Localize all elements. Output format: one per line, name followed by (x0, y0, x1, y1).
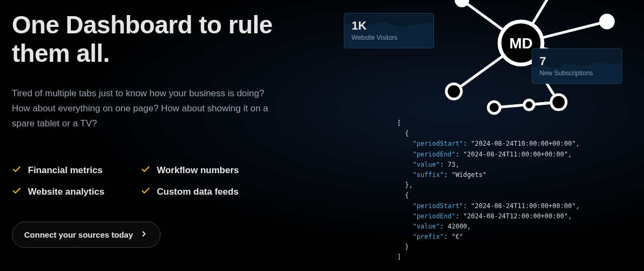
hero-headline: One Dashboard to rule them all. (12, 11, 312, 68)
feature-label: Custom data feeds (157, 187, 238, 197)
check-icon (12, 165, 21, 176)
feature-item: Financial metrics (12, 165, 141, 176)
svg-line-6 (529, 102, 559, 105)
svg-line-1 (521, 0, 553, 43)
hero-subtext: Tired of multiple tabs just to know how … (12, 86, 270, 131)
code-sample: [ { "periodStart": "2024-08-24T10:00:00+… (397, 118, 634, 263)
svg-line-2 (521, 22, 607, 43)
stat-label: New Subscriptions (540, 69, 614, 77)
svg-point-15 (488, 102, 500, 113)
chevron-right-icon (140, 230, 148, 240)
check-icon (141, 186, 150, 198)
svg-line-0 (462, 0, 521, 43)
svg-point-13 (551, 95, 566, 110)
svg-point-8 (456, 0, 468, 6)
feature-label: Workflow numbers (157, 165, 239, 176)
brand-badge: MD (509, 35, 533, 52)
check-icon (141, 165, 150, 176)
svg-line-5 (454, 43, 521, 91)
svg-line-7 (494, 102, 559, 108)
stat-value: 1K (352, 19, 426, 33)
cta-label: Connect your sources today (24, 230, 133, 239)
svg-point-12 (446, 84, 461, 99)
connect-sources-button[interactable]: Connect your sources today (12, 222, 161, 248)
feature-item: Custom data feeds (141, 186, 270, 198)
svg-point-10 (600, 15, 613, 28)
feature-label: Website analytics (28, 187, 104, 197)
stat-card-subscriptions: 7 New Subscriptions (532, 48, 622, 84)
stat-label: Website Visitors (352, 34, 426, 41)
stat-card-visitors: 1K Website Visitors (344, 13, 434, 48)
stat-value: 7 (540, 54, 614, 68)
feature-item: Website analytics (12, 186, 141, 198)
feature-label: Financial metrics (28, 165, 103, 176)
check-icon (12, 186, 21, 198)
svg-point-14 (524, 100, 534, 110)
feature-list: Financial metrics Workflow numbers Websi… (12, 165, 312, 198)
feature-item: Workflow numbers (141, 165, 270, 176)
